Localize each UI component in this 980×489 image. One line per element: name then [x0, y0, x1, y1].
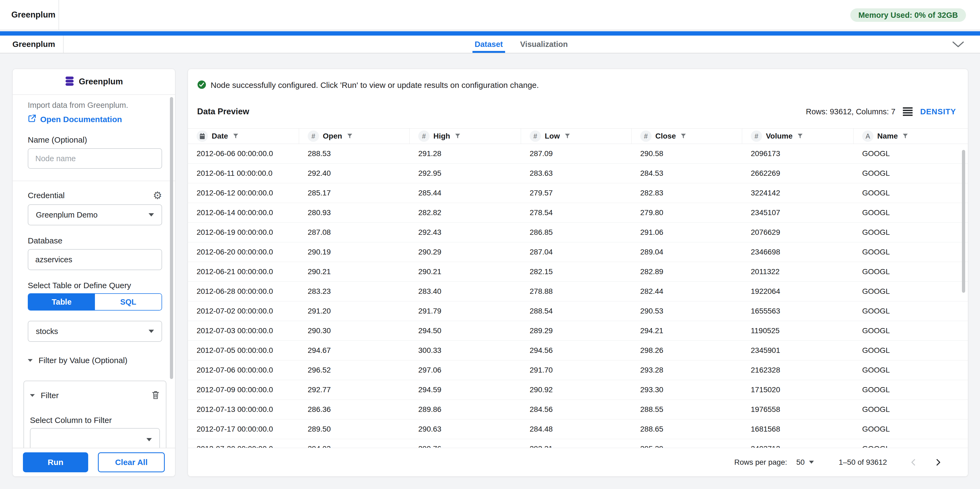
column-header-date[interactable]: Date [188, 129, 299, 144]
toggle-table[interactable]: Table [28, 294, 95, 310]
table-cell: 290.92 [521, 380, 632, 400]
table-cell: 2012-06-28 00:00:00.0 [188, 282, 299, 301]
column-header-close[interactable]: #Close [632, 129, 742, 144]
node-title: Greenplum [13, 40, 55, 49]
app-header: Greenplum Memory Used: 0% of 32GB [0, 0, 980, 30]
node-title-cell: Greenplum [0, 36, 64, 53]
table-cell: 298.26 [632, 341, 742, 360]
table-select[interactable]: stocks [28, 321, 162, 342]
column-header-high[interactable]: #High [410, 129, 521, 144]
config-panel-body: Import data from Greenplum. Open Documen… [13, 95, 175, 448]
table-cell: 2096173 [742, 144, 854, 164]
table-cell: 289.86 [410, 400, 521, 419]
table-cell: 1922064 [742, 282, 854, 301]
table-cell: 289.29 [521, 321, 632, 340]
filter-icon[interactable] [454, 133, 461, 140]
filter-icon[interactable] [232, 133, 239, 140]
data-preview-header: Data Preview Rows: 93612, Columns: 7 DEN… [188, 106, 968, 117]
filter-by-value-toggle[interactable]: Filter by Value (Optional) [28, 356, 162, 365]
table-cell: 2403712 [742, 439, 854, 448]
table-cell: 2345901 [742, 341, 854, 360]
column-header-volume[interactable]: #Volume [742, 129, 854, 144]
open-documentation-link[interactable]: Open Documentation [28, 114, 162, 125]
table-row: 2012-06-14 00:00:00.0280.93282.82278.542… [188, 203, 968, 223]
trash-icon[interactable] [151, 391, 160, 400]
caret-down-icon [28, 359, 33, 362]
filter-icon[interactable] [347, 133, 353, 140]
filter-column-select[interactable] [30, 428, 160, 448]
toggle-sql-label: SQL [120, 298, 137, 306]
table-cell: 282.83 [632, 183, 742, 203]
table-scrollbar[interactable] [962, 150, 965, 293]
filter-icon[interactable] [564, 133, 571, 140]
column-header-low[interactable]: #Low [521, 129, 632, 144]
table-cell: 283.23 [299, 282, 410, 301]
filter-column-label: Select Column to Filter [30, 416, 160, 425]
filter-icon[interactable] [680, 133, 687, 140]
table-cell: 2012-07-03 00:00:00.0 [188, 321, 299, 340]
table-cell: 288.54 [521, 302, 632, 321]
table-cell: 2012-06-14 00:00:00.0 [188, 203, 299, 222]
filter-icon[interactable] [797, 133, 803, 140]
name-label: Name (Optional) [28, 135, 162, 144]
table-cell: 287.04 [521, 242, 632, 262]
database-label: Database [28, 236, 162, 245]
filter-by-value-label: Filter by Value (Optional) [38, 356, 127, 365]
tab-dataset[interactable]: Dataset [475, 36, 503, 53]
table-cell: 292.77 [299, 380, 410, 400]
table-cell: 2012-06-12 00:00:00.0 [188, 183, 299, 203]
table-cell: 290.29 [410, 242, 521, 262]
table-cell: 282.82 [410, 203, 521, 222]
table-cell: 3224142 [742, 183, 854, 203]
node-header: Greenplum Dataset Visualization [0, 36, 980, 53]
density-icon[interactable] [903, 107, 913, 116]
table-cell: 291.28 [410, 144, 521, 164]
table-cell: 2012-06-19 00:00:00.0 [188, 223, 299, 242]
table-body: 2012-06-06 00:00:00.0288.53291.28287.092… [188, 144, 968, 448]
clear-all-button[interactable]: Clear All [98, 452, 165, 472]
gear-icon[interactable]: ⚙ [153, 191, 162, 200]
chevron-down-icon[interactable] [952, 41, 964, 49]
filter-icon[interactable] [902, 133, 908, 140]
table-cell: 2012-06-21 00:00:00.0 [188, 262, 299, 281]
caret-down-icon [30, 394, 35, 397]
open-documentation-label: Open Documentation [40, 115, 122, 124]
table-row: 2012-07-05 00:00:00.0294.67300.33294.562… [188, 341, 968, 360]
app-title-cell: Greenplum [0, 0, 59, 30]
table-cell: 278.54 [521, 203, 632, 222]
table-row: 2012-06-19 00:00:00.0287.08292.43286.852… [188, 223, 968, 242]
toggle-sql[interactable]: SQL [95, 294, 162, 310]
column-header-label: High [433, 132, 450, 140]
table-cell: 290.19 [299, 242, 410, 262]
tab-visualization[interactable]: Visualization [520, 36, 568, 53]
column-type-icon: # [530, 130, 541, 142]
density-button[interactable]: DENSITY [920, 107, 956, 116]
credential-select[interactable]: Greenplum Demo [28, 204, 162, 225]
table-cell: 2012-06-06 00:00:00.0 [188, 144, 299, 164]
table-cell: 278.88 [521, 282, 632, 301]
table-cell: 288.53 [299, 144, 410, 164]
table-cell: 2012-07-05 00:00:00.0 [188, 341, 299, 360]
table-cell: 1190525 [742, 321, 854, 340]
clear-all-button-label: Clear All [115, 458, 148, 467]
table-cell: 2012-07-13 00:00:00.0 [188, 400, 299, 419]
table-cell: 291.06 [632, 223, 742, 242]
table-cell: GOOGL [854, 380, 968, 400]
filter-collapse-toggle[interactable]: Filter [30, 391, 59, 400]
column-header-label: Open [323, 132, 342, 140]
results-panel: Node successfully configured. Click 'Run… [188, 69, 968, 476]
rows-per-page-select[interactable]: 50 [796, 458, 814, 467]
table-row: 2012-06-06 00:00:00.0288.53291.28287.092… [188, 144, 968, 164]
previous-page-button [910, 458, 917, 467]
sidebar-scrollbar[interactable] [170, 97, 173, 379]
column-header-open[interactable]: #Open [299, 129, 410, 144]
column-header-name[interactable]: AName [854, 129, 968, 144]
rows-columns-summary: Rows: 93612, Columns: 7 [806, 107, 895, 116]
node-name-input[interactable] [28, 148, 162, 169]
table-row: 2012-06-20 00:00:00.0290.19290.29287.042… [188, 242, 968, 262]
table-cell: 1681568 [742, 419, 854, 439]
database-input[interactable] [28, 249, 162, 270]
config-panel: Greenplum Import data from Greenplum. Op… [13, 69, 175, 476]
next-page-button[interactable] [934, 458, 942, 467]
run-button[interactable]: Run [23, 452, 88, 472]
